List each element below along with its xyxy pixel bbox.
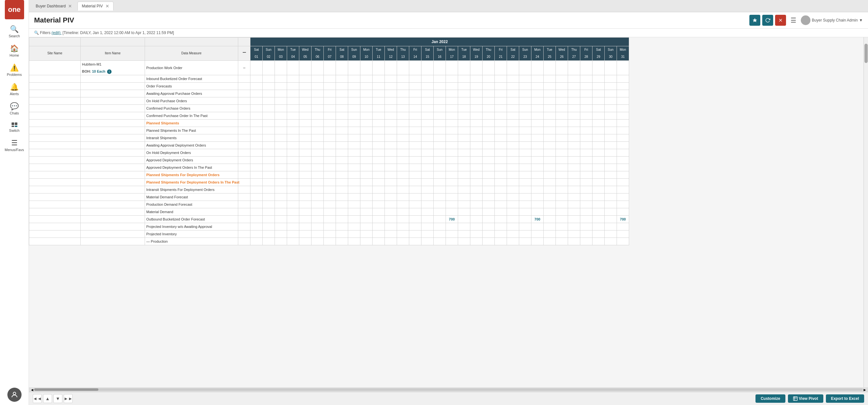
day-value-cell	[483, 157, 495, 164]
day-value-cell	[495, 90, 507, 97]
day-value-cell	[544, 127, 556, 134]
day-value-cell	[397, 134, 409, 142]
day-value-cell	[275, 230, 287, 238]
scroll-left-btn[interactable]: ◄	[30, 387, 34, 392]
view-pivot-button[interactable]: View Pivot	[788, 395, 823, 403]
day-header-02: Sun02	[262, 46, 275, 61]
nav-last-btn[interactable]: ►►	[64, 394, 73, 403]
day-value-cell	[531, 112, 544, 120]
customize-button[interactable]: Customize	[755, 395, 785, 403]
user-dropdown[interactable]: Buyer Supply Chain Admin ▼	[801, 15, 863, 25]
day-value-cell	[324, 216, 336, 223]
day-value-cell	[568, 142, 580, 149]
day-value-cell	[568, 112, 580, 120]
day-value-cell	[568, 97, 580, 105]
day-value-cell	[507, 164, 519, 171]
sidebar-item-switch[interactable]: Switch	[0, 118, 29, 136]
sidebar-item-problems[interactable]: ⚠️ Problems	[0, 60, 29, 80]
sidebar-item-label-menus: Menus/Favs	[5, 148, 24, 152]
tab-label-buyer-dashboard: Buyer Dashboard	[36, 4, 66, 8]
measure-cell: Order Forecasts	[145, 83, 238, 90]
sidebar-item-chats[interactable]: 💬 Chats	[0, 99, 29, 118]
day-value-cell	[275, 127, 287, 134]
day-value-cell	[495, 164, 507, 171]
sidebar-item-search[interactable]: 🔍 Search	[0, 22, 29, 41]
day-header-row: Site Name Item Name Data Measure Sat01Su…	[29, 46, 629, 61]
day-value-cell	[287, 238, 299, 245]
day-value-cell	[348, 193, 361, 201]
item-cell	[81, 75, 145, 83]
nav-first-btn[interactable]: ◄◄	[33, 394, 42, 403]
day-value-cell	[397, 171, 409, 179]
day-value-cell	[275, 164, 287, 171]
refresh-button[interactable]	[762, 15, 773, 26]
day-value-cell	[299, 61, 311, 75]
day-value-cell	[373, 216, 385, 223]
day-value-cell	[324, 61, 336, 75]
tab-close-buyer-dashboard[interactable]: ✕	[68, 4, 72, 8]
day-value-cell	[580, 83, 592, 90]
day-value-cell	[483, 201, 495, 208]
site-cell	[29, 230, 81, 238]
day-value-cell	[458, 61, 470, 75]
day-value-cell	[458, 186, 470, 193]
measure-cell: Intransit Shipments For Deployment Order…	[145, 186, 238, 193]
day-value-cell	[385, 134, 397, 142]
day-value-cell	[373, 75, 385, 83]
day-value-cell	[495, 193, 507, 201]
day-value-cell	[324, 149, 336, 157]
day-value-cell	[287, 112, 299, 120]
tab-close-material-piv[interactable]: ✕	[105, 4, 109, 8]
day-value-cell	[495, 208, 507, 216]
day-value-cell	[275, 216, 287, 223]
day-value-cell	[568, 83, 580, 90]
tab-buyer-dashboard[interactable]: Buyer Dashboard ✕	[31, 2, 76, 10]
star-button[interactable]	[749, 15, 760, 26]
collapse-col-day[interactable]	[238, 46, 250, 61]
sidebar-item-home[interactable]: 🏠 Home	[0, 41, 29, 60]
collapse-cell: −	[238, 61, 250, 75]
day-value-cell	[580, 164, 592, 171]
measure-cell: Projected Inventory w/o Awaiting Approva…	[145, 223, 238, 230]
tab-material-piv[interactable]: Material PIV ✕	[78, 2, 113, 10]
day-value-cell	[458, 75, 470, 83]
collapse-cell	[238, 193, 250, 201]
close-button[interactable]	[775, 15, 786, 26]
grid-wrapper[interactable]: Jan 2022 Site Name Item Name Data Measur…	[29, 37, 864, 387]
app-logo[interactable]: one	[5, 0, 24, 19]
site-cell	[29, 201, 81, 208]
day-value-cell	[434, 164, 446, 171]
user-avatar[interactable]	[7, 387, 22, 402]
day-header-27: Thu27	[568, 46, 580, 61]
day-value-cell	[385, 83, 397, 90]
day-value-cell	[324, 179, 336, 186]
info-icon[interactable]: i	[107, 69, 112, 74]
day-value-cell	[605, 171, 617, 179]
day-value-cell	[592, 179, 605, 186]
day-value-cell	[519, 61, 531, 75]
day-value-cell	[250, 216, 262, 223]
menu-button[interactable]: ☰	[788, 15, 799, 25]
sidebar-item-alerts[interactable]: 🔔 Alerts	[0, 80, 29, 99]
day-value-cell	[458, 120, 470, 127]
day-value-cell	[311, 75, 324, 83]
day-value-cell	[409, 149, 422, 157]
day-value-cell	[495, 142, 507, 149]
day-value-cell	[519, 216, 531, 223]
day-header-05: Wed05	[299, 46, 311, 61]
day-value-cell	[287, 216, 299, 223]
export-button[interactable]: Export to Excel	[826, 395, 864, 403]
sidebar-item-menus[interactable]: ☰ Menus/Favs	[0, 136, 29, 155]
collapse-cell	[238, 186, 250, 193]
nav-prev-btn[interactable]: ▲	[43, 394, 52, 403]
collapse-icon[interactable]: −	[243, 65, 245, 70]
scroll-right-btn[interactable]: ►	[863, 387, 867, 392]
nav-next-btn[interactable]: ▼	[53, 394, 62, 403]
day-value-cell	[605, 216, 617, 223]
vertical-scrollbar[interactable]	[864, 37, 868, 387]
day-value-cell	[250, 120, 262, 127]
horizontal-scrollbar[interactable]: ◄ ►	[29, 387, 868, 392]
day-value-cell	[373, 230, 385, 238]
item-cell	[81, 216, 145, 223]
filter-edit-link[interactable]: (edit):	[52, 31, 61, 35]
